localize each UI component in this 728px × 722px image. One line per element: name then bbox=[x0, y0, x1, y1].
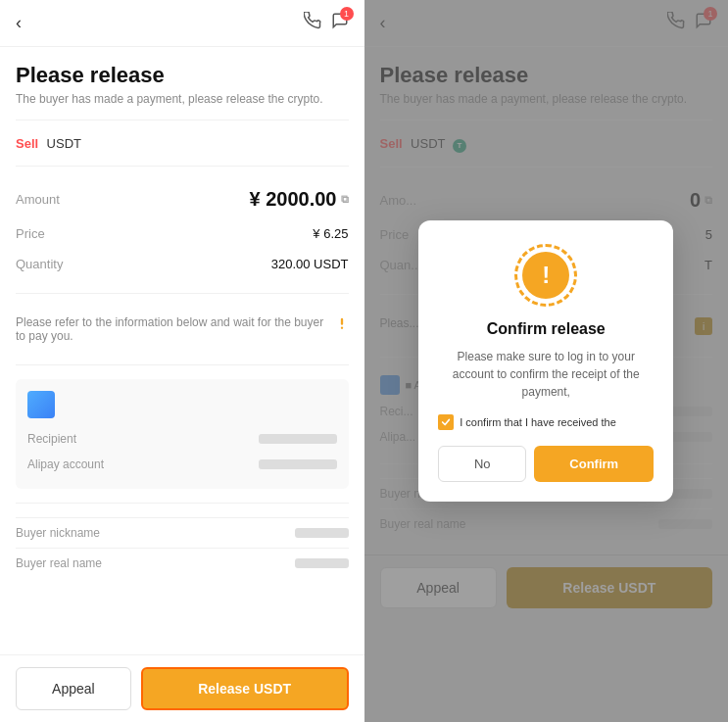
price-label: Price bbox=[16, 226, 45, 241]
right-panel: ‹ 1 Please release The buyer ha bbox=[364, 0, 729, 722]
modal-warning-icon: ! bbox=[522, 252, 569, 299]
copy-icon[interactable]: ⧉ bbox=[341, 193, 349, 206]
amount-value: ¥ 2000.00 ⧉ bbox=[250, 188, 349, 211]
modal-icon-wrapper: ! bbox=[514, 244, 577, 307]
divider-5 bbox=[16, 503, 349, 504]
alipay-label: Alipay account bbox=[27, 457, 104, 471]
notice-box: Please refer to the information below an… bbox=[16, 308, 349, 351]
divider-3 bbox=[16, 293, 349, 294]
divider-4 bbox=[16, 364, 349, 365]
page-title: Please release bbox=[16, 63, 349, 88]
modal-checkbox[interactable] bbox=[438, 414, 454, 430]
svg-rect-1 bbox=[340, 327, 342, 329]
amount-label: Amount bbox=[16, 192, 60, 207]
left-header: ‹ 1 bbox=[0, 0, 364, 47]
notice-icon bbox=[335, 316, 349, 333]
modal-description: Please make sure to log in to your accou… bbox=[438, 348, 654, 401]
buyer-realname-value bbox=[295, 558, 349, 568]
modal-title: Confirm release bbox=[438, 320, 654, 338]
buyer-nickname-row: Buyer nickname bbox=[16, 517, 349, 548]
no-button[interactable]: No bbox=[438, 446, 526, 482]
subtitle: The buyer has made a payment, please rel… bbox=[16, 92, 349, 106]
payment-logo bbox=[27, 391, 55, 418]
notice-text: Please refer to the information below an… bbox=[16, 315, 327, 343]
divider-2 bbox=[16, 166, 349, 167]
header-icons: 1 bbox=[304, 12, 349, 34]
confirm-button[interactable]: Confirm bbox=[534, 446, 654, 482]
buyer-realname-label: Buyer real name bbox=[16, 556, 102, 570]
chat-icon-btn[interactable]: 1 bbox=[331, 12, 349, 34]
sell-usdt-row: Sell USDT bbox=[16, 134, 349, 152]
usdt-label: USDT bbox=[47, 136, 81, 151]
recipient-label: Recipient bbox=[27, 432, 76, 446]
quantity-row: Quantity 320.00 USDT bbox=[16, 249, 349, 279]
appeal-button[interactable]: Appeal bbox=[16, 667, 131, 710]
amount-row: Amount ¥ 2000.00 ⧉ bbox=[16, 180, 349, 218]
buyer-nickname-value bbox=[295, 528, 349, 538]
price-value: ¥ 6.25 bbox=[313, 226, 348, 241]
buyer-nickname-label: Buyer nickname bbox=[16, 526, 100, 540]
left-panel: ‹ 1 Please release The buyer has made a … bbox=[0, 0, 364, 722]
chat-badge: 1 bbox=[340, 7, 354, 21]
recipient-value-blur bbox=[259, 434, 337, 444]
quantity-label: Quantity bbox=[16, 257, 63, 271]
confirm-modal: ! Confirm release Please make sure to lo… bbox=[418, 220, 673, 502]
phone-icon bbox=[304, 14, 321, 33]
modal-checkbox-text: I confirm that I have received the bbox=[460, 416, 616, 428]
phone-icon-btn[interactable] bbox=[304, 12, 321, 34]
release-button[interactable]: Release USDT bbox=[141, 667, 349, 710]
price-row: Price ¥ 6.25 bbox=[16, 218, 349, 249]
divider-1 bbox=[16, 120, 349, 120]
left-footer: Appeal Release USDT bbox=[0, 654, 364, 722]
buyer-section: Buyer nickname Buyer real name bbox=[16, 517, 349, 578]
payment-block: Recipient Alipay account bbox=[16, 379, 349, 489]
left-content: Please release The buyer has made a paym… bbox=[0, 47, 364, 654]
modal-buttons: No Confirm bbox=[438, 446, 654, 482]
recipient-row: Recipient bbox=[27, 426, 337, 452]
svg-rect-0 bbox=[340, 318, 342, 325]
back-button[interactable]: ‹ bbox=[16, 13, 22, 33]
alipay-value-blur bbox=[259, 459, 337, 469]
alipay-row: Alipay account bbox=[27, 452, 337, 477]
sell-label: Sell bbox=[16, 136, 38, 151]
modal-overlay: ! Confirm release Please make sure to lo… bbox=[364, 0, 729, 722]
modal-checkbox-row: I confirm that I have received the bbox=[438, 414, 654, 430]
buyer-realname-row: Buyer real name bbox=[16, 548, 349, 578]
quantity-value: 320.00 USDT bbox=[271, 257, 349, 271]
